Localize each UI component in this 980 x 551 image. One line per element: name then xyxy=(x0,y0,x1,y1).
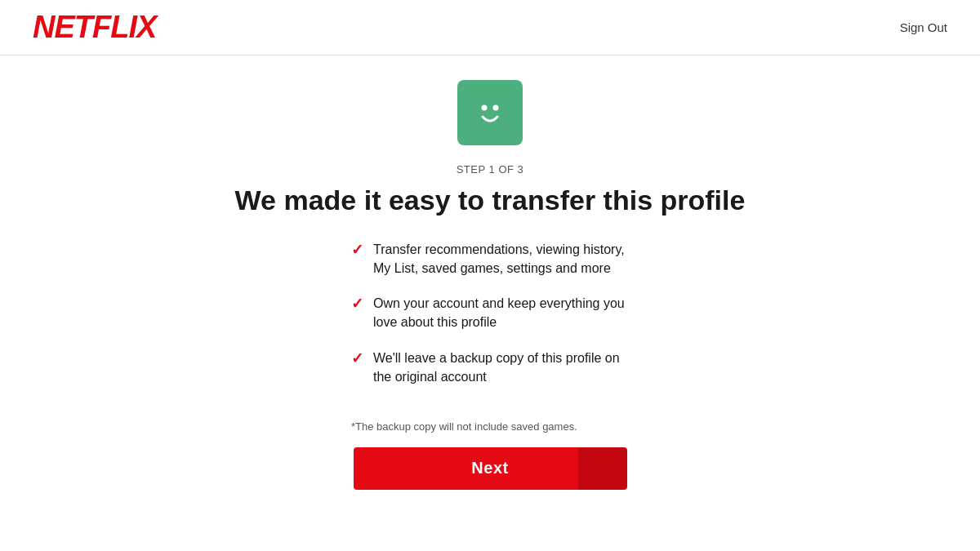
feature-item-3: ✓ We'll leave a backup copy of this prof… xyxy=(351,349,629,386)
next-button[interactable]: Next xyxy=(354,447,627,490)
svg-point-1 xyxy=(493,105,499,111)
features-list: ✓ Transfer recommendations, viewing hist… xyxy=(351,240,629,402)
profile-avatar xyxy=(457,80,523,145)
header: NETFLIX Sign Out xyxy=(0,0,980,56)
netflix-logo: NETFLIX xyxy=(33,10,156,45)
check-icon-2: ✓ xyxy=(351,295,363,313)
feature-text-1: Transfer recommendations, viewing histor… xyxy=(373,240,629,278)
feature-text-2: Own your account and keep everything you… xyxy=(373,294,629,331)
main-heading: We made it easy to transfer this profile xyxy=(235,184,746,217)
smiley-icon xyxy=(470,92,510,133)
svg-point-0 xyxy=(482,105,488,111)
main-content: STEP 1 OF 3 We made it easy to transfer … xyxy=(0,56,980,490)
feature-item-1: ✓ Transfer recommendations, viewing hist… xyxy=(351,240,629,278)
check-icon-1: ✓ xyxy=(351,241,363,259)
sign-out-button[interactable]: Sign Out xyxy=(900,20,947,34)
disclaimer-text: *The backup copy will not include saved … xyxy=(351,420,629,433)
step-indicator: STEP 1 OF 3 xyxy=(457,163,524,176)
feature-item-2: ✓ Own your account and keep everything y… xyxy=(351,294,629,331)
check-icon-3: ✓ xyxy=(351,349,363,367)
feature-text-3: We'll leave a backup copy of this profil… xyxy=(373,349,629,386)
